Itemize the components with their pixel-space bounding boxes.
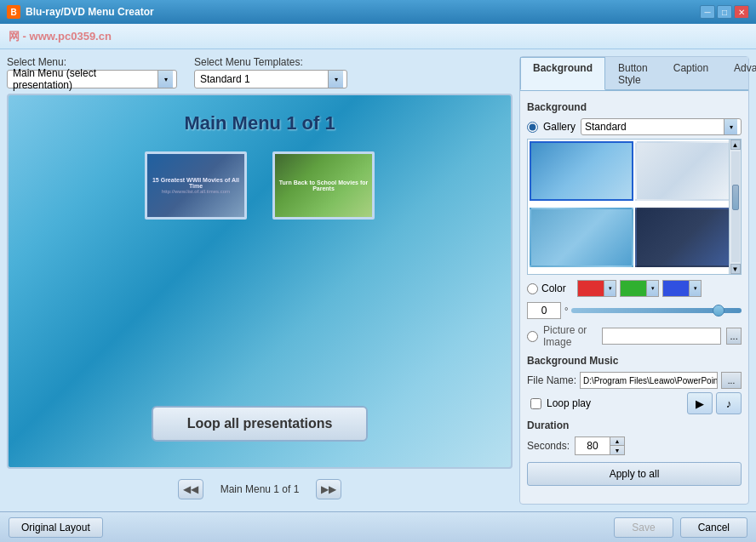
green-swatch-arrow[interactable]: ▾ [646, 281, 658, 296]
save-button[interactable]: Save [614, 517, 673, 538]
window-controls: ─ □ ✕ [700, 5, 749, 19]
color-swatch-green[interactable]: ▾ [620, 280, 659, 297]
blue-swatch-arrow[interactable]: ▾ [689, 281, 701, 296]
gallery-combo[interactable]: Standard ▾ [581, 118, 742, 135]
duration-up-arrow[interactable]: ▲ [610, 437, 624, 446]
scroll-down-button[interactable]: ▼ [730, 264, 741, 274]
thumbnails-row: 15 Greatest WWII Movies of All Time http… [145, 151, 375, 220]
gallery-scrollbar: ▲ ▼ [729, 140, 741, 274]
color-radio[interactable] [527, 283, 538, 294]
background-section-title: Background [527, 101, 742, 113]
thumb1-url: http://www.list.of.all.times.com [162, 189, 230, 194]
scroll-track [731, 151, 740, 262]
menu-select-value: Main Menu (select presentation) [11, 67, 158, 91]
loop-play-label: Loop play [547, 397, 591, 409]
thumbnail-1[interactable]: 15 Greatest WWII Movies of All Time http… [145, 151, 247, 220]
color-swatch-blue[interactable]: ▾ [662, 280, 702, 297]
file-browse-button[interactable]: ... [721, 372, 742, 389]
color-row: Color ▾ ▾ ▾ [527, 280, 742, 297]
tab-advanced[interactable]: Advanced [721, 57, 756, 90]
duration-arrows: ▲ ▼ [610, 437, 624, 454]
left-panel: Select Menu: Main Menu (select presentat… [7, 56, 513, 505]
gallery-item-2[interactable] [635, 141, 739, 201]
loop-presentations-button[interactable]: Loop all presentations [152, 406, 369, 442]
seconds-label: Seconds: [527, 440, 570, 452]
main-area: Select Menu: Main Menu (select presentat… [0, 49, 756, 511]
green-swatch [621, 281, 646, 296]
tabs-bar: Background Button Style Caption Advanced [520, 57, 748, 91]
angle-input[interactable] [527, 302, 561, 319]
blue-swatch [663, 281, 689, 296]
nav-page-text: Main Menu 1 of 1 [220, 483, 300, 495]
file-name-label: File Name: [527, 374, 576, 386]
media-buttons: ▶ ♪ [687, 392, 742, 414]
nav-forward-icon: ▶▶ [321, 483, 336, 495]
thumb2-text: Turn Back to School Movies for Parents [278, 180, 369, 191]
tab-caption[interactable]: Caption [661, 57, 721, 90]
title-bar-left: B Blu-ray/DVD Menu Creator [7, 5, 154, 19]
play-button[interactable]: ▶ [687, 392, 713, 414]
menu-select-label: Select Menu: [7, 56, 177, 68]
minimize-button[interactable]: ─ [700, 5, 715, 19]
tab-background[interactable]: Background [520, 57, 605, 90]
title-bar: B Blu-ray/DVD Menu Creator ─ □ ✕ [0, 0, 756, 24]
duration-input-group: ▲ ▼ [575, 436, 625, 455]
nav-bar: ◀◀ Main Menu 1 of 1 ▶▶ [7, 474, 513, 505]
apply-to-all-button[interactable]: Apply to all [527, 462, 742, 486]
angle-row: ° [527, 302, 742, 319]
scroll-up-button[interactable]: ▲ [730, 140, 741, 150]
gallery-combo-value: Standard [585, 121, 724, 133]
thumb1-text: 15 Greatest WWII Movies of All Time [151, 177, 241, 189]
gallery-radio[interactable] [527, 122, 538, 133]
picture-radio[interactable] [527, 331, 538, 342]
music-button[interactable]: ♪ [716, 392, 742, 414]
gallery-item-3[interactable] [530, 208, 633, 267]
watermark-bar: 网 - www.pc0359.cn [0, 24, 756, 49]
duration-row: Seconds: ▲ ▼ [527, 436, 742, 455]
picture-row: Picture or Image ... [527, 324, 742, 348]
template-select-combo[interactable]: Standard 1 ▾ [194, 70, 347, 88]
color-radio-label: Color [541, 282, 574, 294]
app-icon: B [7, 5, 20, 19]
thumbnail-2[interactable]: Turn Back to School Movies for Parents [272, 151, 375, 220]
scroll-thumb[interactable] [732, 185, 739, 210]
red-swatch-arrow[interactable]: ▾ [604, 281, 616, 296]
red-swatch [578, 281, 604, 296]
template-select-group: Select Menu Templates: Standard 1 ▾ [194, 56, 347, 88]
gallery-radio-row: Gallery Standard ▾ [527, 118, 742, 135]
picture-input[interactable] [602, 328, 721, 345]
play-icon: ▶ [696, 397, 704, 410]
maximize-button[interactable]: □ [717, 5, 732, 19]
close-button[interactable]: ✕ [734, 5, 749, 19]
duration-down-arrow[interactable]: ▼ [610, 446, 624, 454]
picture-radio-label: Picture or Image [543, 324, 597, 348]
cancel-button[interactable]: Cancel [680, 517, 747, 538]
tab-button-style[interactable]: Button Style [605, 57, 661, 90]
nav-forward-button[interactable]: ▶▶ [316, 479, 341, 499]
menu-select-combo[interactable]: Main Menu (select presentation) ▾ [7, 70, 177, 88]
preview-area: Main Menu 1 of 1 15 Greatest WWII Movies… [7, 94, 513, 469]
slider-thumb[interactable] [713, 305, 724, 317]
loop-media-row: Loop play ▶ ♪ [527, 392, 742, 414]
music-section-title: Background Music [527, 355, 742, 367]
template-select-arrow: ▾ [328, 71, 343, 88]
select-row: Select Menu: Main Menu (select presentat… [7, 56, 513, 88]
gallery-item-4[interactable] [635, 208, 739, 267]
angle-slider[interactable] [571, 308, 742, 313]
picture-browse-button[interactable]: ... [726, 328, 742, 345]
degree-symbol: ° [564, 305, 568, 316]
nav-back-button[interactable]: ◀◀ [178, 479, 203, 499]
duration-section-title: Duration [527, 419, 742, 431]
gallery-item-1[interactable] [530, 141, 633, 201]
app-title: Blu-ray/DVD Menu Creator [26, 6, 154, 18]
loop-play-checkbox[interactable] [530, 398, 541, 409]
gallery-grid: ▲ ▼ [527, 139, 742, 275]
menu-select-arrow: ▾ [158, 71, 173, 88]
music-icon: ♪ [726, 397, 732, 410]
gallery-combo-arrow: ▾ [724, 119, 737, 134]
color-swatch-red[interactable]: ▾ [577, 280, 616, 297]
duration-input[interactable] [576, 440, 610, 452]
bottom-bar: Original Layout Save Cancel [0, 511, 756, 542]
menu-select-group: Select Menu: Main Menu (select presentat… [7, 56, 177, 88]
original-layout-button[interactable]: Original Layout [9, 517, 103, 538]
